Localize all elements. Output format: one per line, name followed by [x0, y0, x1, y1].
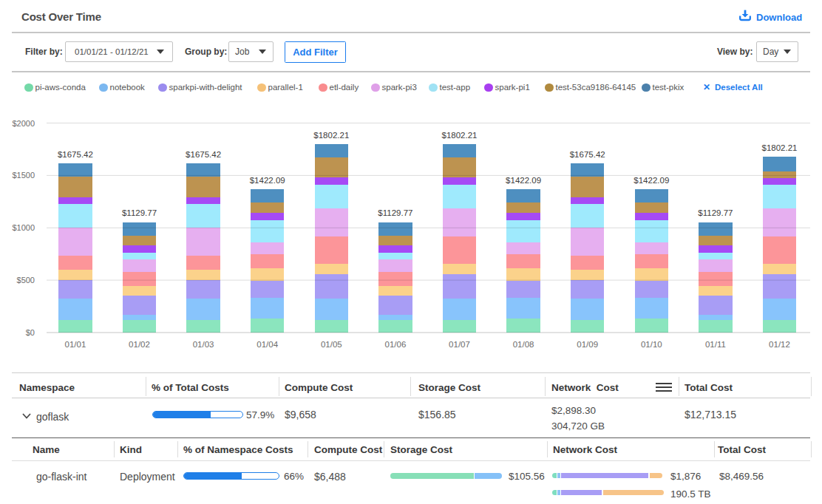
svg-text:$1802.21: $1802.21 — [442, 131, 478, 140]
svg-text:01/07: 01/07 — [449, 340, 470, 349]
svg-text:01/05: 01/05 — [321, 340, 342, 349]
svg-text:01/08: 01/08 — [513, 340, 534, 349]
svg-text:$1422.09: $1422.09 — [250, 176, 285, 185]
svg-text:$1675.42: $1675.42 — [58, 150, 93, 159]
svg-text:$1129.77: $1129.77 — [122, 208, 157, 217]
svg-text:01/11: 01/11 — [705, 340, 726, 349]
svg-text:01/10: 01/10 — [641, 340, 662, 349]
svg-text:01/01: 01/01 — [65, 340, 86, 349]
svg-text:$1500: $1500 — [12, 171, 35, 180]
svg-text:$2000: $2000 — [12, 119, 35, 128]
svg-text:$1675.42: $1675.42 — [570, 150, 605, 159]
svg-text:$1422.09: $1422.09 — [506, 176, 541, 185]
svg-text:01/12: 01/12 — [769, 340, 790, 349]
svg-text:01/09: 01/09 — [577, 340, 598, 349]
svg-text:$1802.21: $1802.21 — [313, 131, 349, 140]
svg-text:$1000: $1000 — [12, 223, 35, 232]
svg-text:01/03: 01/03 — [193, 340, 214, 349]
svg-text:01/04: 01/04 — [257, 340, 278, 349]
svg-text:$0: $0 — [26, 328, 35, 337]
svg-text:$1422.09: $1422.09 — [634, 176, 669, 185]
svg-text:01/06: 01/06 — [385, 340, 407, 349]
svg-text:$1129.77: $1129.77 — [378, 208, 412, 217]
svg-text:$1129.77: $1129.77 — [698, 208, 733, 217]
svg-text:$1675.42: $1675.42 — [186, 150, 221, 159]
svg-text:01/02: 01/02 — [129, 340, 150, 349]
svg-text:$1802.21: $1802.21 — [762, 143, 798, 152]
svg-text:$500: $500 — [17, 276, 35, 285]
